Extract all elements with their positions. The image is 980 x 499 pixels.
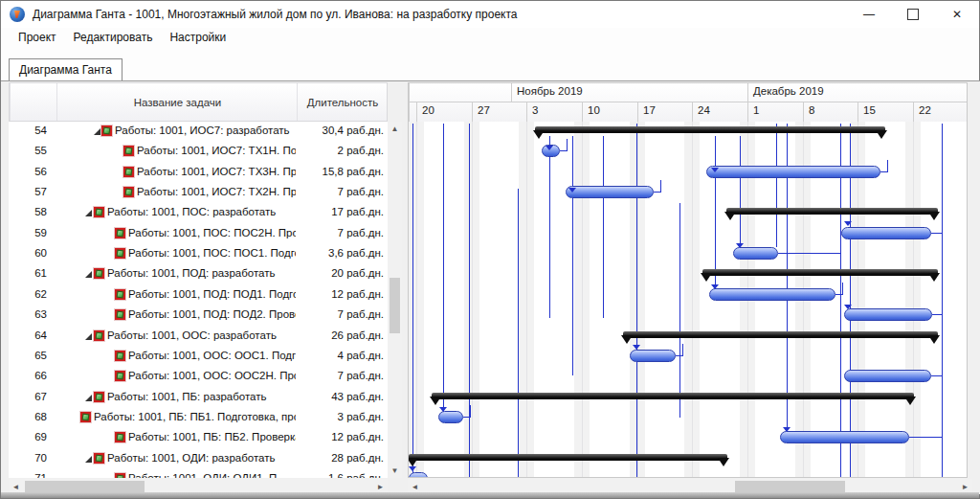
scroll-down-icon[interactable]: ▼ xyxy=(388,464,402,478)
task-bar[interactable] xyxy=(733,247,778,260)
link-arrow-icon xyxy=(546,146,553,150)
task-duration: 7 раб.дн. xyxy=(298,370,384,381)
task-icon xyxy=(122,145,135,157)
month-header-cell xyxy=(409,83,511,102)
expand-collapse-icon[interactable] xyxy=(85,210,92,216)
link-arrow-icon xyxy=(568,188,576,193)
table-row[interactable]: 56Работы: 1001, ИОС7: ТХ3Н. Пров15,8 раб… xyxy=(9,163,388,184)
scrollbar-thumb[interactable] xyxy=(390,278,400,333)
task-icon xyxy=(93,452,105,465)
task-bar[interactable] xyxy=(630,350,676,362)
scrollbar-thumb[interactable] xyxy=(25,481,145,492)
minimize-button[interactable]: — xyxy=(847,1,891,28)
task-icon xyxy=(93,267,105,280)
task-duration: 4 раб.дн. xyxy=(298,350,384,361)
row-number: 55 xyxy=(9,145,47,156)
close-button[interactable]: ✕ xyxy=(935,1,979,28)
table-row[interactable]: 71Работы: 1001, ОДИ: ОДИ1. П1,6 раб.дн. xyxy=(9,469,388,478)
summary-end-cap xyxy=(718,458,729,466)
menu-edit[interactable]: Редактировать xyxy=(65,29,162,47)
summary-end-cap xyxy=(876,130,887,139)
link-arrow-icon xyxy=(409,466,416,471)
table-row[interactable]: 58Работы: 1001, ПОС: разработать17 раб.д… xyxy=(9,203,388,224)
table-row[interactable]: 62Работы: 1001, ПОД: ПОД1. Подгото12 раб… xyxy=(9,285,388,306)
table-row[interactable]: 70Работы: 1001, ОДИ: разработать28 раб.д… xyxy=(9,449,388,470)
task-name: Работы: 1001, ИОС7: ТХ1Н. Подг xyxy=(137,145,296,156)
task-name: Работы: 1001, ОДИ: ОДИ1. П xyxy=(128,472,296,478)
task-name: Работы: 1001, ПОС: разработать xyxy=(107,206,296,217)
expand-collapse-icon[interactable] xyxy=(94,128,100,135)
maximize-icon xyxy=(907,9,919,20)
table-row[interactable]: 59Работы: 1001, ПОС: ПОС2Н. Провер7 раб.… xyxy=(9,224,388,245)
task-name: Работы: 1001, ИОС7: разработать xyxy=(115,125,296,136)
table-row[interactable]: 68Работы: 1001, ПБ: ПБ1. Подготовка, про… xyxy=(9,408,388,429)
expand-collapse-icon[interactable] xyxy=(85,395,92,401)
duration-column-header[interactable]: Длительность xyxy=(297,83,388,121)
rownum-column-header[interactable] xyxy=(10,83,57,121)
link-arrow-icon xyxy=(844,221,852,226)
task-bar[interactable] xyxy=(841,227,931,239)
task-bar[interactable] xyxy=(709,288,835,301)
table-row[interactable]: 63Работы: 1001, ПОД: ПОД2. Провер7 раб.д… xyxy=(9,306,388,327)
expand-collapse-icon[interactable] xyxy=(85,271,92,278)
summary-bar[interactable] xyxy=(432,393,914,399)
task-duration: 3 раб.дн. xyxy=(298,411,384,422)
table-row[interactable]: 69Работы: 1001, ПБ: ПБ2. Проверка и12 ра… xyxy=(9,428,388,449)
link-connector xyxy=(463,405,471,418)
link-connector xyxy=(778,253,840,254)
task-icon xyxy=(114,247,126,260)
expand-collapse-icon[interactable] xyxy=(85,456,92,463)
maximize-button[interactable] xyxy=(891,1,935,28)
table-row[interactable]: 65Работы: 1001, ООС: ООС1. Подгото4 раб.… xyxy=(9,347,388,368)
dependency-line xyxy=(549,136,550,318)
summary-bar[interactable] xyxy=(702,269,938,276)
table-row[interactable]: 66Работы: 1001, ООС: ООС2Н. Провер7 раб.… xyxy=(9,367,388,388)
task-duration: 15,8 раб.дн. xyxy=(298,166,384,177)
table-row[interactable]: 67Работы: 1001, ПБ: разработать43 раб.дн… xyxy=(9,388,388,409)
expand-collapse-icon[interactable] xyxy=(85,333,92,340)
menu-project[interactable]: Проект xyxy=(10,29,65,47)
task-bar[interactable] xyxy=(706,166,880,178)
summary-bar[interactable] xyxy=(409,454,727,461)
table-row[interactable]: 61Работы: 1001, ПОД: разработать20 раб.д… xyxy=(9,264,388,285)
menu-settings[interactable]: Настройки xyxy=(161,29,234,47)
task-bar[interactable] xyxy=(844,308,932,321)
task-bar[interactable] xyxy=(438,411,463,423)
task-bar[interactable] xyxy=(844,370,931,382)
link-arrow-icon xyxy=(711,284,719,289)
table-row[interactable]: 54Работы: 1001, ИОС7: разработать30,4 ра… xyxy=(9,122,388,143)
row-number: 56 xyxy=(9,166,47,177)
task-name-column-header[interactable]: Название задачи xyxy=(56,83,298,121)
row-number: 54 xyxy=(9,125,47,136)
table-row[interactable]: 60Работы: 1001, ПОС: ПОС1. Подгото3,6 ра… xyxy=(9,244,388,265)
task-bar[interactable] xyxy=(409,472,428,477)
tab-gantt-chart[interactable]: Диаграмма Ганта xyxy=(9,58,122,80)
task-name: Работы: 1001, ООС: ООС2Н. Провер xyxy=(128,370,296,381)
task-icon xyxy=(93,329,105,342)
task-bar[interactable] xyxy=(780,431,909,443)
summary-bar[interactable] xyxy=(726,208,938,215)
task-icon xyxy=(79,411,92,423)
week-header-cell: 22 xyxy=(913,102,967,122)
row-number: 65 xyxy=(9,350,47,361)
task-name: Работы: 1001, ПОД: ПОД1. Подгото xyxy=(128,288,296,300)
task-name: Работы: 1001, ООС: ООС1. Подгото xyxy=(128,350,296,361)
task-icon xyxy=(122,186,135,198)
summary-start-cap xyxy=(430,397,441,405)
table-row[interactable]: 64Работы: 1001, ООС: разработать26 раб.д… xyxy=(9,327,388,348)
task-icon xyxy=(114,288,126,301)
table-row[interactable]: 55Работы: 1001, ИОС7: ТХ1Н. Подг2 раб.дн… xyxy=(9,142,388,163)
app-window: Диаграмма Ганта - 1001, Многоэтажный жил… xyxy=(0,0,980,499)
summary-bar[interactable] xyxy=(623,331,938,338)
dependency-line xyxy=(412,124,413,477)
scroll-up-icon[interactable]: ▲ xyxy=(388,122,402,136)
summary-bar[interactable] xyxy=(535,126,885,133)
table-row[interactable]: 57Работы: 1001, ИОС7: ТХ2Н. Пров7 раб.дн… xyxy=(9,183,388,204)
dependency-line xyxy=(942,124,943,477)
row-number: 61 xyxy=(9,267,47,279)
task-bar[interactable] xyxy=(566,186,654,198)
table-vertical-scrollbar[interactable]: ▲ ▼ xyxy=(388,122,402,478)
task-icon xyxy=(93,206,105,218)
week-header-cell: 24 xyxy=(692,102,747,122)
scrollbar-thumb[interactable] xyxy=(735,481,845,492)
